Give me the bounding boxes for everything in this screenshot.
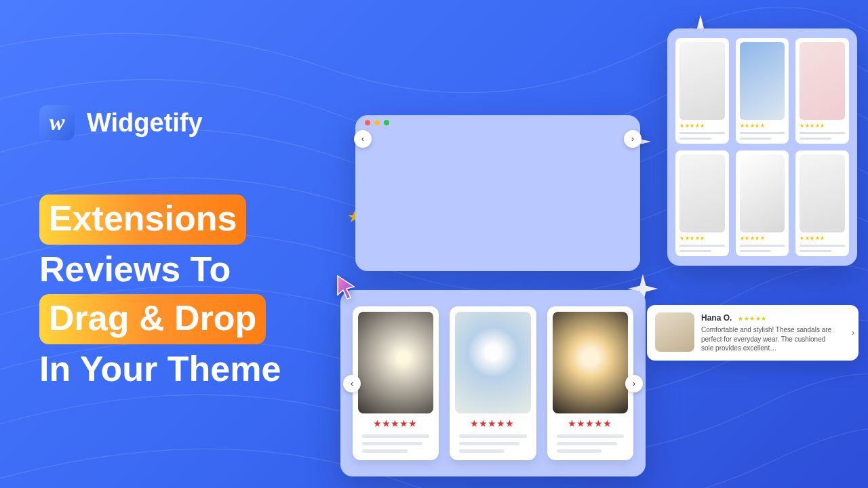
review-next-button[interactable]: › [852,328,854,338]
product-carousel-panel: ‹ ★★★★★ ★★★★★ ★★★★★ › [340,290,646,476]
headline-line-4: In Your Theme [39,347,281,391]
brand-row: w Widgetify [39,105,281,140]
logo-letter: w [50,110,65,136]
brand-name: Widgetify [87,108,203,138]
carousel-next-button[interactable]: › [624,130,642,148]
grid-card[interactable]: ★★★★★ [736,150,789,256]
grid-card[interactable]: ★★★★★ [795,38,849,144]
grid-card[interactable]: ★★★★★ [736,38,789,144]
carousel-next-button[interactable]: › [625,375,643,392]
window-max-icon [384,120,389,125]
grid-card[interactable]: ★★★★★ [675,150,729,256]
brand-logo: w [39,105,75,140]
headline-line-2: Reviews To [39,247,281,291]
review-thumbnail [655,312,694,352]
review-text: Comfortable and stylish! These sandals a… [701,325,840,353]
carousel-prev-button[interactable]: ‹ [343,375,361,392]
grid-card[interactable]: ★★★★★ [675,38,729,144]
product-card[interactable]: ★★★★★ [450,306,536,460]
carousel-prev-button[interactable]: ‹ [354,130,372,148]
product-card[interactable]: ★★★★★ [547,306,633,460]
window-controls [355,115,640,130]
photo-carousel-panel: ‹ Alexa M.★★★★★ Micheal S.★★★★★ Andrea★★… [355,115,640,271]
reviewer-name: Hana O. [701,312,732,323]
grid-card[interactable]: ★★★★★ [795,150,849,256]
review-stars-icon: ★★★★★ [738,315,767,322]
window-min-icon [374,120,380,125]
headline-tag-1: Extensions [39,195,246,245]
headline-tag-2: Drag & Drop [39,294,266,344]
window-close-icon [365,120,370,125]
review-card[interactable]: Hana O. ★★★★★ Comfortable and stylish! T… [647,305,859,361]
review-grid-panel: ★★★★★ ★★★★★ ★★★★★ ★★★★★ ★★★★★ ★★★★★ [667,28,857,266]
cursor-icon [335,274,358,303]
headline: Extensions Reviews To Drag & Drop In You… [39,195,281,391]
product-card[interactable]: ★★★★★ [353,306,439,460]
